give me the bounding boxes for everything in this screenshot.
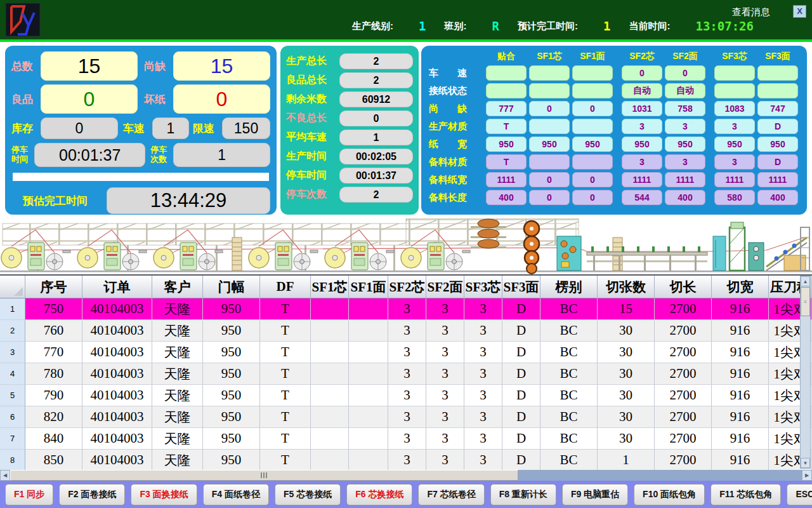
vertical-scroll-thumb[interactable]: ≡ [801,287,810,316]
close-button[interactable]: X [793,5,806,18]
total-value: 15 [41,51,138,81]
table-row[interactable]: 478040104003天隆950T333DBC3027009161尖对 [0,363,812,385]
machine-grid-row-label: 尚 缺 [429,103,486,115]
table-cell: 天隆 [152,428,203,450]
scroll-down-icon[interactable]: ▼ [801,458,810,468]
orders-col-header-15: 切宽 [712,276,769,298]
row-number: 7 [0,428,25,450]
table-cell: T [260,406,311,428]
length-row-7: 停车次数2 [286,187,413,203]
table-cell: 820 [25,406,82,428]
length-row-label: 生产时间 [286,150,339,163]
length-row-6: 停车时间00:01:37 [286,168,413,184]
table-row[interactable]: 885040104003天隆950T333DBC127009161尖对 [0,450,812,471]
table-row[interactable]: 784040104003天隆950T333DBC3027009161尖对 [0,428,812,450]
table-cell: 天隆 [152,406,203,428]
table-cell: 15 [598,298,655,320]
table-cell: T [260,298,311,320]
stop-count-label: 停车次数 [150,145,173,164]
stock-value: 0 [41,117,118,139]
orders-col-header-7: SF1面 [349,276,388,298]
stock-label: 库存 [11,121,41,136]
orders-col-header-3: 客户 [152,276,203,298]
horizontal-scroll-thumb[interactable] [10,470,518,481]
machine-grid-cell: 747 [757,101,798,116]
machine-grid-cell: 自动 [622,83,662,98]
machine-grid-cell: 0 [622,65,662,81]
table-cell: 3 [426,320,464,342]
table-cell: 850 [25,450,82,471]
table-row[interactable]: 276040104003天隆950T333DBC3027009161尖对 [0,320,812,342]
header-field-label: 预计完工时间: [518,20,578,32]
function-button-f9[interactable]: F9 电脑重估 [562,484,628,505]
table-cell: 天隆 [152,342,203,363]
function-button-f10[interactable]: F10 面纸包角 [634,484,705,505]
machine-grid-cell [714,83,755,98]
table-cell [349,342,388,363]
table-cell: 30 [598,363,655,385]
scroll-grip-icon [261,472,268,478]
machine-grid-cell [572,83,613,98]
table-row[interactable]: 175040104003天隆950T333DBC1527009161尖对 [0,298,812,320]
table-row[interactable]: 579040104003天隆950T333DBC3027009161尖对 [0,385,812,406]
table-row[interactable]: 682040104003天隆950T333DBC3027009161尖对 [0,406,812,428]
table-cell: 840 [25,428,82,450]
function-button-f2[interactable]: F2 面卷接纸 [59,484,125,505]
table-cell: BC [540,320,598,342]
orders-col-header-2: 订单 [82,276,152,298]
scroll-left-icon[interactable]: ◀ [0,470,10,481]
table-horizontal-scrollbar[interactable]: ◀ ▶ [0,470,812,481]
est-finish-value: 13:44:29 [107,187,270,214]
length-row-label: 停车次数 [286,188,339,201]
machine-grid-row-7: 备料长度40000544400580400 [429,190,799,205]
table-cell: D [502,363,540,385]
function-button-f11[interactable]: F11 芯纸包角 [710,484,781,505]
table-cell: 950 [203,406,260,428]
function-button-f7[interactable]: F7 芯纸卷径 [418,484,484,505]
shortage-value: 15 [173,51,270,81]
table-cell: BC [540,428,598,450]
orders-col-header-11: SF3面 [502,276,540,298]
function-button-f6[interactable]: F6 芯换接纸 [346,484,412,505]
table-cell: 950 [203,342,260,363]
row-number: 3 [0,342,25,363]
function-button-bar: F1 同步F2 面卷接纸F3 面换接纸F4 面纸卷径F5 芯卷接纸F6 芯换接纸… [0,481,812,508]
machine-grid-row-6: 备料纸宽1111001111111111111111 [429,172,799,187]
table-cell: 916 [712,406,769,428]
view-messages-link[interactable]: 查看消息 [732,6,770,18]
scroll-up-icon[interactable]: ▲ [801,276,810,286]
table-cell: 916 [712,320,769,342]
length-row-0: 生产总长2 [286,53,413,69]
table-cell: BC [540,450,598,471]
machine-grid-cell: 3 [622,154,662,170]
machine-grid-header: 贴合SF1芯SF1面SF2芯SF2面SF3芯SF3面 [429,50,799,63]
length-row-3: 不良总长0 [286,110,413,126]
table-cell: 40104003 [82,450,152,471]
table-cell: 3 [464,342,502,363]
machine-grid-cell [757,65,798,81]
machine-grid-cell: 1083 [714,101,755,116]
function-button-f1[interactable]: F1 同步 [5,484,53,505]
table-cell: T [260,428,311,450]
machine-grid-cell: 1031 [622,101,662,116]
function-button-f3[interactable]: F3 面换接纸 [131,484,197,505]
machine-grid-col-0: 贴合 [486,50,527,63]
table-cell: 3 [426,363,464,385]
scroll-right-icon[interactable]: ▶ [802,470,812,481]
machine-grid-col-6: SF3面 [757,50,798,63]
orders-col-header-12: 楞别 [540,276,598,298]
row-number: 1 [0,298,25,320]
table-vertical-scrollbar[interactable]: ▲ ≡ ▼ [800,276,811,469]
table-cell: D [502,450,540,471]
function-button-f4[interactable]: F4 面纸卷径 [203,484,269,505]
table-cell: 3 [426,450,464,471]
table-cell: BC [540,298,598,320]
table-row[interactable]: 377040104003天隆950T333DBC3027009161尖对 [0,342,812,363]
machine-grid-cell [714,65,755,81]
function-button-esc[interactable]: ESC 退出 [787,484,812,505]
table-cell: 916 [712,385,769,406]
function-button-f5[interactable]: F5 芯卷接纸 [275,484,341,505]
glue-unit-icon [557,236,581,271]
table-cell: 天隆 [152,385,203,406]
function-button-f8[interactable]: F8 重新计长 [490,484,556,505]
